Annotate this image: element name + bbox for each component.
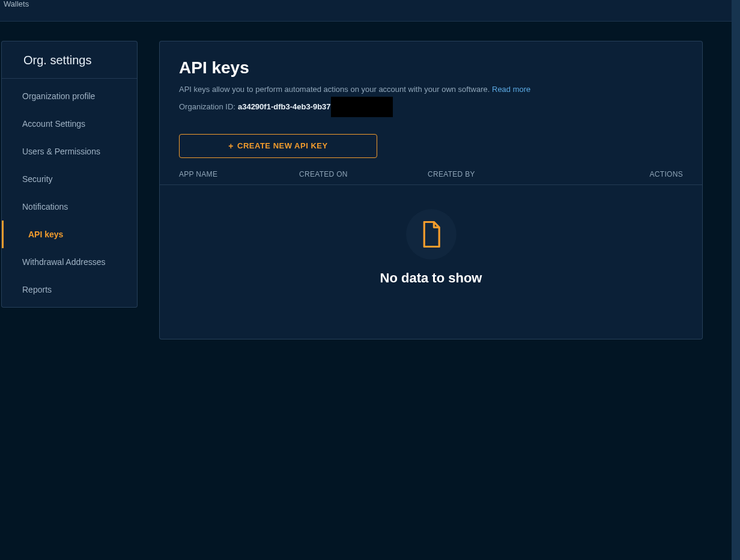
empty-state-circle (406, 209, 456, 260)
org-id-label: Organization ID: (179, 102, 235, 111)
sidebar-item-api-keys[interactable]: API keys (2, 221, 137, 248)
sidebar-nav: Organization profile Account Settings Us… (2, 79, 137, 307)
main-panel: API keys API keys allow you to perform a… (159, 41, 703, 339)
col-header-created-by: CREATED BY (428, 170, 635, 178)
document-icon (420, 221, 442, 248)
topbar: Wallets (0, 0, 740, 22)
empty-state-text: No data to show (380, 270, 482, 286)
sidebar-item-withdrawal-addresses[interactable]: Withdrawal Addresses (2, 248, 137, 276)
description-text: API keys allow you to perform automated … (179, 85, 490, 94)
create-api-key-button[interactable]: + CREATE NEW API KEY (179, 134, 377, 158)
sidebar-item-account-settings[interactable]: Account Settings (2, 110, 137, 138)
create-button-label: CREATE NEW API KEY (237, 141, 328, 150)
sidebar: Org. settings Organization profile Accou… (1, 41, 138, 308)
empty-state: No data to show (179, 185, 683, 322)
org-id-value: a34290f1-dfb3-4eb3-9b37 (238, 102, 331, 111)
topbar-item-wallets[interactable]: Wallets (0, 0, 32, 8)
sidebar-item-label: Security (22, 174, 53, 184)
plus-icon: + (228, 141, 234, 151)
content: Org. settings Organization profile Accou… (0, 22, 740, 339)
read-more-link[interactable]: Read more (492, 85, 530, 94)
sidebar-item-notifications[interactable]: Notifications (2, 193, 137, 221)
col-header-actions: ACTIONS (635, 170, 683, 178)
col-header-created-on: CREATED ON (299, 170, 428, 178)
sidebar-item-security[interactable]: Security (2, 165, 137, 193)
sidebar-item-label: API keys (22, 230, 63, 239)
sidebar-item-label: Withdrawal Addresses (22, 257, 106, 267)
sidebar-item-label: Users & Permissions (22, 147, 100, 156)
scrollbar-track[interactable] (732, 0, 740, 560)
table-header: APP NAME CREATED ON CREATED BY ACTIONS (160, 170, 702, 185)
page-title: API keys (179, 58, 683, 78)
sidebar-item-label: Organization profile (22, 91, 95, 101)
sidebar-item-users-permissions[interactable]: Users & Permissions (2, 138, 137, 165)
redacted-block (331, 97, 393, 117)
sidebar-item-label: Notifications (22, 202, 68, 212)
sidebar-item-label: Account Settings (22, 119, 85, 129)
sidebar-title: Org. settings (2, 41, 137, 79)
sidebar-item-reports[interactable]: Reports (2, 276, 137, 303)
page-description: API keys allow you to perform automated … (179, 84, 683, 96)
sidebar-item-label: Reports (22, 285, 52, 294)
col-header-app-name: APP NAME (179, 170, 299, 178)
sidebar-item-organization-profile[interactable]: Organization profile (2, 82, 137, 110)
organization-id-line: Organization ID: a34290f1-dfb3-4eb3-9b37 (179, 97, 683, 117)
